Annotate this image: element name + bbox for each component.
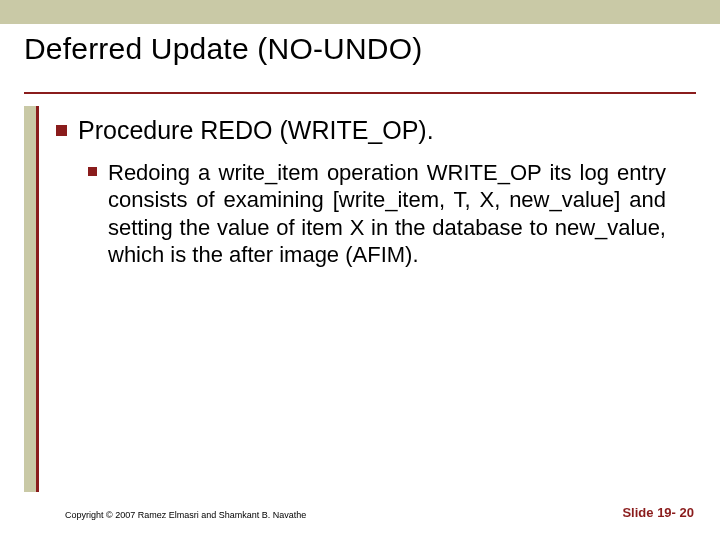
bullet-level1: Procedure REDO (WRITE_OP). xyxy=(52,116,696,145)
slide-title: Deferred Update (NO-UNDO) xyxy=(24,32,696,66)
title-rule xyxy=(24,92,696,94)
square-bullet-icon xyxy=(88,167,97,176)
bullet-level1-text: Procedure REDO (WRITE_OP). xyxy=(78,116,434,144)
slide-number: Slide 19- 20 xyxy=(622,505,694,520)
bullet-level2: Redoing a write_item operation WRITE_OP … xyxy=(86,159,666,268)
square-bullet-icon xyxy=(56,125,67,136)
title-block: Deferred Update (NO-UNDO) xyxy=(24,32,696,94)
body-area: Procedure REDO (WRITE_OP). Redoing a wri… xyxy=(24,106,696,492)
copyright-text: Copyright © 2007 Ramez Elmasri and Shamk… xyxy=(65,510,306,520)
top-band xyxy=(0,0,720,24)
vertical-bar-maroon xyxy=(36,106,39,492)
bullet-level2-text: Redoing a write_item operation WRITE_OP … xyxy=(108,160,666,267)
vertical-bar-beige xyxy=(24,106,36,492)
slide: Deferred Update (NO-UNDO) Procedure REDO… xyxy=(0,0,720,540)
content: Procedure REDO (WRITE_OP). Redoing a wri… xyxy=(52,116,696,268)
